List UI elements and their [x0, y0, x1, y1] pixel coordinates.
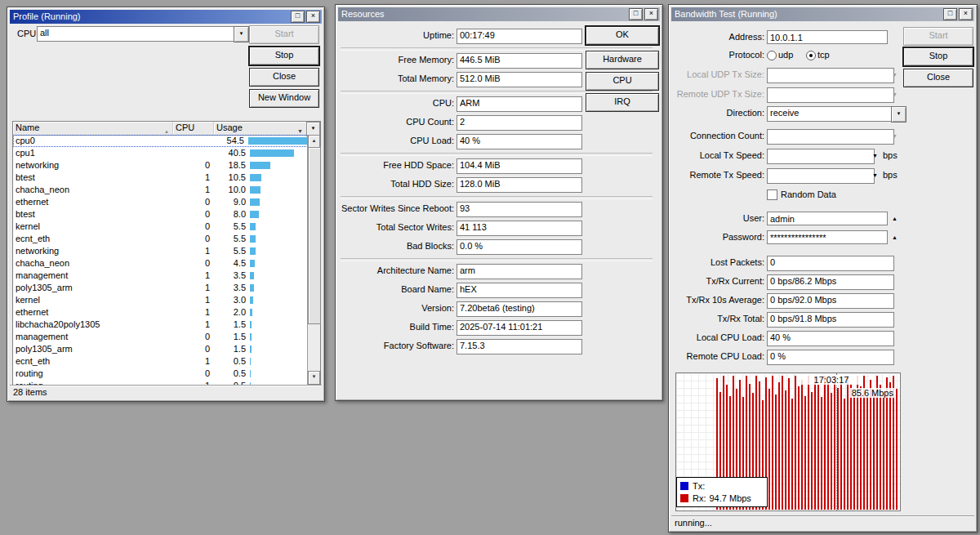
field-value[interactable]: arm [457, 264, 582, 279]
tx-swatch [680, 482, 688, 490]
stop-button[interactable]: Stop [903, 47, 973, 66]
cpu-filter-list-button[interactable]: ▼ [234, 26, 249, 42]
table-row[interactable]: ethernet12.0 [13, 306, 308, 319]
start-button[interactable]: Start [903, 27, 973, 46]
table-row[interactable]: cpu054.5 [13, 135, 308, 147]
field-value[interactable]: 2 [457, 115, 582, 131]
stat-label: Lost Packets: [669, 256, 764, 270]
field-value[interactable]: 00:17:49 [457, 29, 582, 44]
remote-udp-tx-size-field[interactable] [767, 87, 894, 103]
field-value[interactable]: hEX [457, 283, 582, 298]
field-value[interactable]: 41 113 [457, 221, 582, 236]
field-value[interactable]: 104.4 MiB [457, 158, 582, 174]
table-row[interactable]: chacha_neon110.0 [13, 184, 308, 196]
field-value[interactable]: 7.15.3 [457, 339, 582, 354]
process-usage: 2.0 [218, 306, 308, 319]
chevron-down-icon[interactable]: ▼ [872, 152, 878, 160]
process-name: ecnt_eth [13, 355, 172, 368]
chevron-down-icon[interactable]: ▼ [892, 91, 898, 99]
table-row[interactable]: routing00.5 [13, 368, 308, 380]
table-row[interactable]: ecnt_eth10.5 [13, 355, 308, 368]
field-value[interactable]: ARM [457, 96, 582, 112]
collapse-up-icon[interactable]: ▲ [892, 215, 898, 223]
random-data-checkbox[interactable] [767, 189, 777, 200]
protocol-udp-radio[interactable] [767, 51, 777, 60]
chevron-down-icon[interactable]: ▼ [872, 172, 878, 180]
close-icon[interactable]: × [306, 11, 320, 23]
direction-list-button[interactable]: ▼ [891, 106, 906, 123]
field-value[interactable]: 446.5 MiB [457, 53, 582, 69]
process-usage: 3.5 [218, 270, 308, 282]
password-input[interactable] [767, 230, 888, 244]
field-value[interactable]: 512.0 MiB [457, 72, 582, 87]
table-row[interactable]: ethernet09.0 [13, 196, 308, 208]
maximize-icon[interactable]: □ [291, 11, 305, 23]
cpu-filter-combo[interactable]: all ▼ [37, 26, 247, 42]
table-row[interactable]: cpu140.5 [13, 147, 308, 159]
usage-bar [250, 223, 256, 230]
collapse-up-icon[interactable]: ▲ [892, 234, 898, 242]
protocol-tcp-label[interactable]: tcp [817, 48, 830, 62]
resources-titlebar[interactable]: Resources □ × [338, 7, 660, 21]
stop-button[interactable]: Stop [249, 47, 319, 65]
ok-button[interactable]: OK [586, 26, 659, 45]
maximize-icon[interactable]: □ [629, 8, 643, 20]
close-icon[interactable]: × [959, 8, 973, 20]
chevron-down-icon[interactable]: ▼ [892, 71, 898, 79]
table-row[interactable]: management13.5 [13, 270, 308, 282]
table-row[interactable]: ecnt_eth05.5 [13, 233, 308, 245]
table-row[interactable]: networking018.5 [13, 159, 308, 172]
table-row[interactable]: networking15.5 [13, 245, 308, 257]
field-value[interactable]: 93 [457, 202, 582, 217]
protocol-tcp-radio[interactable] [806, 51, 816, 60]
scrollbar-thumb[interactable] [308, 147, 321, 324]
table-row[interactable]: btest08.0 [13, 208, 308, 221]
maximize-icon[interactable]: □ [943, 8, 957, 20]
field-value[interactable]: 2025-07-14 11:01:21 [457, 320, 582, 336]
direction-combo[interactable]: receive ▼ [767, 106, 903, 122]
profile-titlebar[interactable]: Profile (Running) □ × [10, 10, 322, 24]
table-row[interactable]: btest110.5 [13, 172, 308, 184]
column-header-usage[interactable]: Usage ▼ [214, 122, 320, 135]
usage-value: 0.5 [218, 355, 246, 368]
stat-value: 0 bps/92.0 Mbps [767, 293, 894, 309]
table-row[interactable]: libchacha20poly130511.5 [13, 319, 308, 331]
new-window-button[interactable]: New Window [249, 89, 319, 108]
chevron-down-icon[interactable]: ▼ [892, 132, 898, 140]
cpu-button[interactable]: CPU [586, 72, 659, 91]
connection-count-field[interactable] [767, 129, 894, 145]
random-data-label[interactable]: Random Data [781, 188, 836, 202]
column-header-name[interactable]: Name ▲ [13, 122, 173, 135]
field-value[interactable]: 0.0 % [457, 239, 582, 255]
local-udp-tx-size-field[interactable] [767, 68, 894, 83]
field-value[interactable]: 40 % [457, 134, 582, 149]
start-button[interactable]: Start [249, 25, 319, 44]
remote-tx-speed-field[interactable] [767, 168, 875, 184]
local-tx-speed-field[interactable] [767, 149, 875, 164]
table-row[interactable]: kernel13.0 [13, 294, 308, 306]
stat-value: 40 % [767, 331, 894, 346]
table-scrollbar[interactable]: ▲ ▼ [307, 135, 320, 385]
close-button[interactable]: Close [249, 68, 319, 87]
irq-button[interactable]: IRQ [586, 93, 659, 112]
field-value[interactable]: 128.0 MiB [457, 177, 582, 193]
table-row[interactable]: kernel05.5 [13, 221, 308, 233]
user-input[interactable] [767, 212, 888, 225]
process-cpu: 1 [172, 270, 218, 282]
hardware-button[interactable]: Hardware [586, 51, 659, 69]
resources-window: Resources □ × Uptime:00:17:49Free Memory… [335, 4, 663, 401]
column-header-cpu[interactable]: CPU [173, 122, 214, 135]
protocol-udp-label[interactable]: udp [778, 48, 793, 62]
rx-bar [821, 397, 822, 510]
field-value[interactable]: 7.20beta6 (testing) [457, 301, 582, 317]
bandwidth-titlebar[interactable]: Bandwidth Test (Running) □ × [671, 7, 974, 21]
close-button[interactable]: Close [903, 69, 973, 87]
table-row[interactable]: poly1305_arm13.5 [13, 282, 308, 294]
usage-value: 54.5 [216, 135, 244, 147]
address-input[interactable] [767, 30, 888, 44]
table-row[interactable]: management01.5 [13, 331, 308, 343]
table-row[interactable]: chacha_neon04.5 [13, 257, 308, 270]
close-icon[interactable]: × [644, 8, 658, 20]
scroll-down-icon[interactable]: ▼ [308, 371, 320, 385]
table-row[interactable]: poly1305_arm01.5 [13, 343, 308, 355]
